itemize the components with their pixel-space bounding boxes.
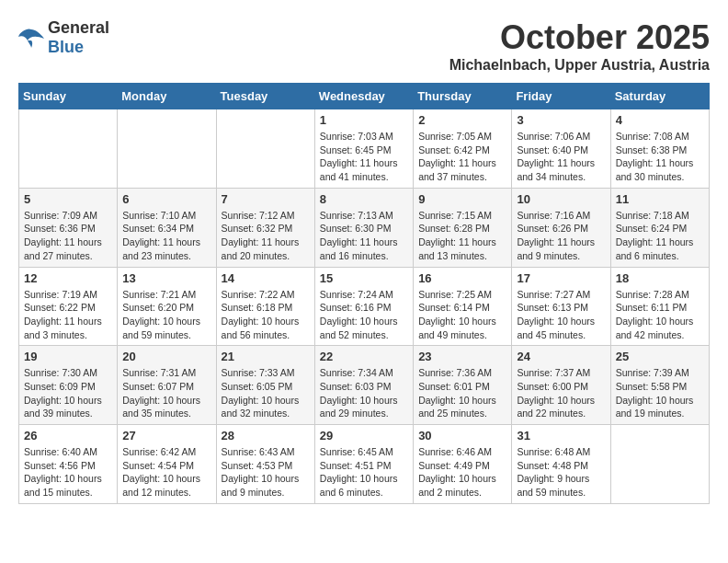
- day-info: Sunrise: 7:25 AM Sunset: 6:14 PM Dayligh…: [418, 288, 506, 342]
- day-number: 5: [24, 192, 112, 206]
- day-info: Sunrise: 7:10 AM Sunset: 6:34 PM Dayligh…: [122, 209, 210, 263]
- day-number: 11: [616, 192, 704, 206]
- calendar-cell: 25Sunrise: 7:39 AM Sunset: 5:58 PM Dayli…: [610, 346, 709, 425]
- calendar-header-tuesday: Tuesday: [216, 84, 314, 109]
- day-number: 31: [517, 429, 605, 442]
- day-number: 18: [616, 271, 704, 285]
- day-info: Sunrise: 7:30 AM Sunset: 6:09 PM Dayligh…: [24, 366, 112, 420]
- day-number: 13: [122, 271, 210, 285]
- day-info: Sunrise: 7:12 AM Sunset: 6:32 PM Dayligh…: [222, 209, 310, 263]
- calendar-cell: 10Sunrise: 7:16 AM Sunset: 6:26 PM Dayli…: [512, 188, 610, 267]
- day-info: Sunrise: 6:43 AM Sunset: 4:53 PM Dayligh…: [222, 445, 310, 500]
- calendar-cell: 31Sunrise: 6:48 AM Sunset: 4:48 PM Dayli…: [512, 425, 610, 504]
- day-info: Sunrise: 7:08 AM Sunset: 6:38 PM Dayligh…: [616, 130, 704, 184]
- calendar-header-sunday: Sunday: [19, 84, 118, 109]
- calendar-cell: 6Sunrise: 7:10 AM Sunset: 6:34 PM Daylig…: [118, 188, 216, 267]
- calendar-cell: 28Sunrise: 6:43 AM Sunset: 4:53 PM Dayli…: [216, 425, 314, 504]
- day-info: Sunrise: 7:39 AM Sunset: 5:58 PM Dayligh…: [616, 366, 704, 420]
- calendar-week-3: 12Sunrise: 7:19 AM Sunset: 6:22 PM Dayli…: [19, 267, 710, 346]
- calendar: SundayMondayTuesdayWednesdayThursdayFrid…: [18, 83, 710, 504]
- calendar-header-thursday: Thursday: [414, 84, 512, 109]
- calendar-cell: 11Sunrise: 7:18 AM Sunset: 6:24 PM Dayli…: [610, 188, 709, 267]
- calendar-cell: [19, 109, 118, 189]
- calendar-cell: 1Sunrise: 7:03 AM Sunset: 6:45 PM Daylig…: [314, 109, 413, 189]
- calendar-cell: 26Sunrise: 6:40 AM Sunset: 4:56 PM Dayli…: [19, 425, 118, 504]
- location-title: Michaelnbach, Upper Austria, Austria: [449, 57, 710, 74]
- day-number: 20: [122, 350, 210, 363]
- calendar-week-4: 19Sunrise: 7:30 AM Sunset: 6:09 PM Dayli…: [19, 346, 710, 425]
- day-number: 14: [222, 271, 310, 285]
- day-info: Sunrise: 7:24 AM Sunset: 6:16 PM Dayligh…: [320, 288, 408, 342]
- calendar-week-1: 1Sunrise: 7:03 AM Sunset: 6:45 PM Daylig…: [19, 109, 710, 189]
- day-number: 17: [517, 271, 605, 285]
- day-number: 26: [24, 429, 112, 442]
- logo-blue: Blue: [48, 38, 84, 56]
- day-number: 27: [122, 429, 210, 442]
- calendar-cell: [216, 109, 314, 189]
- day-number: 12: [24, 271, 112, 285]
- day-number: 8: [320, 192, 408, 206]
- calendar-cell: 3Sunrise: 7:06 AM Sunset: 6:40 PM Daylig…: [512, 109, 610, 189]
- day-number: 3: [517, 113, 605, 127]
- calendar-cell: 16Sunrise: 7:25 AM Sunset: 6:14 PM Dayli…: [414, 267, 512, 346]
- calendar-cell: 20Sunrise: 7:31 AM Sunset: 6:07 PM Dayli…: [118, 346, 216, 425]
- logo: General Blue: [18, 18, 109, 57]
- day-number: 28: [222, 429, 310, 442]
- logo-icon: [18, 28, 44, 48]
- day-number: 10: [517, 192, 605, 206]
- day-number: 30: [418, 429, 506, 442]
- day-info: Sunrise: 7:18 AM Sunset: 6:24 PM Dayligh…: [616, 209, 704, 263]
- calendar-cell: 17Sunrise: 7:27 AM Sunset: 6:13 PM Dayli…: [512, 267, 610, 346]
- calendar-cell: 30Sunrise: 6:46 AM Sunset: 4:49 PM Dayli…: [414, 425, 512, 504]
- calendar-cell: [118, 109, 216, 189]
- calendar-cell: 7Sunrise: 7:12 AM Sunset: 6:32 PM Daylig…: [216, 188, 314, 267]
- day-info: Sunrise: 7:34 AM Sunset: 6:03 PM Dayligh…: [320, 366, 408, 420]
- day-info: Sunrise: 7:36 AM Sunset: 6:01 PM Dayligh…: [418, 366, 506, 420]
- day-number: 24: [517, 350, 605, 363]
- day-number: 25: [616, 350, 704, 363]
- day-info: Sunrise: 7:06 AM Sunset: 6:40 PM Dayligh…: [517, 130, 605, 184]
- calendar-cell: 21Sunrise: 7:33 AM Sunset: 6:05 PM Dayli…: [216, 346, 314, 425]
- day-number: 6: [122, 192, 210, 206]
- calendar-cell: [610, 425, 709, 504]
- day-number: 29: [320, 429, 408, 442]
- day-info: Sunrise: 7:28 AM Sunset: 6:11 PM Dayligh…: [616, 288, 704, 342]
- calendar-cell: 19Sunrise: 7:30 AM Sunset: 6:09 PM Dayli…: [19, 346, 118, 425]
- day-info: Sunrise: 7:19 AM Sunset: 6:22 PM Dayligh…: [24, 288, 112, 342]
- header: General Blue October 2025 Michaelnbach, …: [18, 18, 710, 74]
- day-number: 2: [418, 113, 506, 127]
- calendar-cell: 2Sunrise: 7:05 AM Sunset: 6:42 PM Daylig…: [414, 109, 512, 189]
- calendar-week-5: 26Sunrise: 6:40 AM Sunset: 4:56 PM Dayli…: [19, 425, 710, 504]
- calendar-cell: 22Sunrise: 7:34 AM Sunset: 6:03 PM Dayli…: [314, 346, 413, 425]
- calendar-cell: 4Sunrise: 7:08 AM Sunset: 6:38 PM Daylig…: [610, 109, 709, 189]
- day-info: Sunrise: 7:09 AM Sunset: 6:36 PM Dayligh…: [24, 209, 112, 263]
- day-info: Sunrise: 7:13 AM Sunset: 6:30 PM Dayligh…: [320, 209, 408, 263]
- calendar-cell: 24Sunrise: 7:37 AM Sunset: 6:00 PM Dayli…: [512, 346, 610, 425]
- day-number: 22: [320, 350, 408, 363]
- day-number: 4: [616, 113, 704, 127]
- day-info: Sunrise: 6:45 AM Sunset: 4:51 PM Dayligh…: [320, 445, 408, 500]
- calendar-header-row: SundayMondayTuesdayWednesdayThursdayFrid…: [19, 84, 710, 109]
- day-info: Sunrise: 6:48 AM Sunset: 4:48 PM Dayligh…: [517, 445, 605, 500]
- day-info: Sunrise: 7:21 AM Sunset: 6:20 PM Dayligh…: [122, 288, 210, 342]
- day-number: 1: [320, 113, 408, 127]
- calendar-cell: 14Sunrise: 7:22 AM Sunset: 6:18 PM Dayli…: [216, 267, 314, 346]
- calendar-header-friday: Friday: [512, 84, 610, 109]
- calendar-cell: 29Sunrise: 6:45 AM Sunset: 4:51 PM Dayli…: [314, 425, 413, 504]
- logo-general: General: [48, 18, 109, 37]
- calendar-cell: 9Sunrise: 7:15 AM Sunset: 6:28 PM Daylig…: [414, 188, 512, 267]
- calendar-cell: 27Sunrise: 6:42 AM Sunset: 4:54 PM Dayli…: [118, 425, 216, 504]
- calendar-cell: 18Sunrise: 7:28 AM Sunset: 6:11 PM Dayli…: [610, 267, 709, 346]
- day-info: Sunrise: 7:05 AM Sunset: 6:42 PM Dayligh…: [418, 130, 506, 184]
- calendar-body: 1Sunrise: 7:03 AM Sunset: 6:45 PM Daylig…: [19, 109, 710, 504]
- calendar-cell: 5Sunrise: 7:09 AM Sunset: 6:36 PM Daylig…: [19, 188, 118, 267]
- day-number: 19: [24, 350, 112, 363]
- day-info: Sunrise: 6:46 AM Sunset: 4:49 PM Dayligh…: [418, 445, 506, 500]
- day-info: Sunrise: 7:15 AM Sunset: 6:28 PM Dayligh…: [418, 209, 506, 263]
- logo-text: General Blue: [48, 18, 109, 57]
- day-info: Sunrise: 6:40 AM Sunset: 4:56 PM Dayligh…: [24, 445, 112, 500]
- calendar-header-wednesday: Wednesday: [314, 84, 413, 109]
- calendar-week-2: 5Sunrise: 7:09 AM Sunset: 6:36 PM Daylig…: [19, 188, 710, 267]
- calendar-cell: 23Sunrise: 7:36 AM Sunset: 6:01 PM Dayli…: [414, 346, 512, 425]
- day-number: 23: [418, 350, 506, 363]
